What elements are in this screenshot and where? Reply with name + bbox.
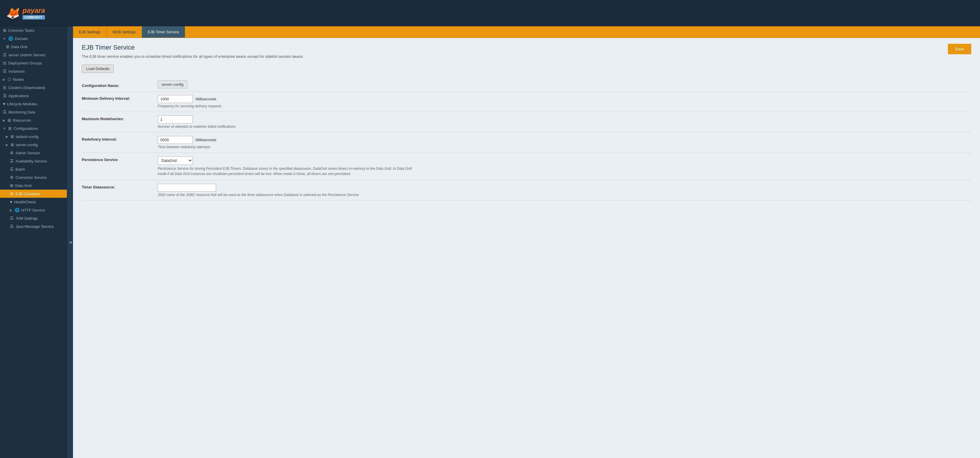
timer-datasource-label: Timer Datasource:	[82, 184, 158, 189]
load-defaults-button[interactable]: Load Defaults	[82, 65, 114, 73]
header: 🦊 payara COMMUNITY	[0, 0, 980, 26]
sidebar-item-jvm-settings[interactable]: ☰ JVM Settings	[0, 214, 67, 222]
sidebar-item-connector-service[interactable]: ⚙ Connector Service	[0, 173, 67, 181]
sidebar-item-label: HTTP Service	[21, 208, 45, 212]
sidebar-item-label: Domain	[15, 36, 28, 41]
sidebar-item-label: server (Admin Server)	[8, 53, 46, 57]
main-layout: ⊞ Common Tasks ▼ 🌐 Domain ⊞ Data Grid ☰ …	[0, 26, 980, 458]
heart-icon: ♥	[3, 101, 5, 106]
config-name-control: server-config	[158, 82, 971, 87]
timer-datasource-input[interactable]	[158, 184, 216, 192]
sidebar-item-java-message[interactable]: ☰ Java Message Service	[0, 222, 67, 230]
expand-arrow: ▶	[10, 209, 12, 212]
sidebar-item-domain[interactable]: ▼ 🌐 Domain	[0, 35, 67, 43]
sidebar-item-common-tasks[interactable]: ⊞ Common Tasks	[0, 26, 67, 35]
sidebar-item-label: default-config	[16, 135, 38, 139]
logo-icon: 🦊	[6, 7, 19, 19]
persistence-service-row: Persistence Service DataGrid Database No…	[82, 153, 971, 180]
heart-icon: ♥	[10, 200, 12, 204]
content-area: EJB Settings MDB Settings EJB Timer Serv…	[73, 26, 980, 458]
sidebar-item-label: HealthCheck	[14, 200, 36, 204]
page-description: The EJB timer service enables you to sch…	[82, 54, 971, 59]
list-icon: ☰	[10, 216, 14, 220]
sidebar-item-http-service[interactable]: ▶ 🌐 HTTP Service	[0, 206, 67, 214]
globe-icon: 🌐	[14, 208, 19, 212]
sidebar-item-label: JVM Settings	[16, 216, 38, 220]
persistence-service-label: Persistence Service	[82, 156, 158, 162]
sidebar-item-ejb-container[interactable]: ⚙ EJB Container	[0, 190, 67, 198]
collapse-icon: ◀	[69, 240, 72, 244]
sidebar-item-label: Instances	[8, 69, 25, 73]
sidebar-item-data-grid[interactable]: ⊞ Data Grid	[0, 43, 67, 51]
list-icon: ☰	[3, 69, 7, 73]
sidebar-item-admin-service[interactable]: ⚙ Admin Service	[0, 149, 67, 157]
sidebar-item-nodes[interactable]: ▶ ⬡ Nodes	[0, 75, 67, 84]
sidebar-item-label: Monitoring Data	[8, 110, 35, 114]
sidebar-item-label: Data Grid	[11, 44, 27, 49]
min-delivery-unit: Milliseconds	[196, 97, 216, 101]
min-delivery-row: Minimum Delivery Interval: Milliseconds …	[82, 92, 971, 112]
sidebar-item-label: Java Message Service	[16, 224, 54, 229]
tab-ejb-settings[interactable]: EJB Settings	[73, 26, 107, 38]
nodes-icon: ⬡	[8, 77, 11, 82]
list-icon: ☰	[10, 159, 14, 163]
tab-ejb-timer-service[interactable]: EJB Timer Service	[142, 26, 185, 38]
expand-arrow: ▼	[3, 127, 6, 130]
sidebar-item-clusters[interactable]: ⊟ Clusters (Deprecated)	[0, 84, 67, 92]
redelivery-interval-unit: Milliseconds	[196, 138, 216, 142]
sidebar-collapse-button[interactable]: ◀	[67, 26, 73, 458]
config-name-row: Configuration Name: server-config	[82, 79, 971, 92]
sidebar-item-label: Resources	[13, 118, 31, 122]
sidebar-item-label: Connector Service	[16, 175, 47, 180]
max-redeliveries-row: Maximum Redeliveries: Number of attempts…	[82, 112, 971, 132]
redelivery-interval-input[interactable]	[158, 136, 193, 144]
sidebar-item-label: Nodes	[13, 77, 24, 82]
page-title: EJB Timer Service	[82, 44, 971, 51]
timer-datasource-control: JNDI name of the JDBC resource that will…	[158, 184, 971, 197]
list-icon: ☰	[3, 52, 7, 57]
min-delivery-hint: Frequency for servicing delivery request…	[158, 104, 971, 108]
sidebar-item-label: Data Grid	[15, 184, 32, 188]
globe-icon: 🌐	[8, 36, 13, 41]
sidebar-item-configurations[interactable]: ▼ ⊞ Configurations	[0, 124, 67, 132]
save-button[interactable]: Save	[948, 44, 971, 54]
sidebar-item-lifecycle-modules[interactable]: ♥ Lifecycle Modules	[0, 100, 67, 108]
sidebar-item-resources[interactable]: ▶ ⊞ Resources	[0, 116, 67, 124]
sidebar-item-label: server-config	[16, 143, 38, 147]
persistence-service-select[interactable]: DataGrid Database None	[158, 156, 193, 165]
expand-arrow: ▶	[3, 78, 5, 81]
sidebar-item-instances[interactable]: ☰ Instances	[0, 67, 67, 75]
sidebar: ⊞ Common Tasks ▼ 🌐 Domain ⊞ Data Grid ☰ …	[0, 26, 67, 458]
sidebar-item-default-config[interactable]: ▶ ⊞ default-config	[0, 132, 67, 141]
grid-icon: ⊞	[6, 44, 10, 49]
grid-icon: ⊟	[3, 61, 6, 65]
sidebar-item-server-admin[interactable]: ☰ server (Admin Server)	[0, 51, 67, 59]
sidebar-item-batch[interactable]: ☰ Batch	[0, 165, 67, 173]
config-name-label: Configuration Name:	[82, 82, 158, 88]
expand-arrow: ▶	[6, 143, 8, 146]
timer-datasource-row: Timer Datasource: JNDI name of the JDBC …	[82, 180, 971, 201]
sidebar-item-healthcheck[interactable]: ♥ HealthCheck	[0, 198, 67, 206]
sidebar-item-deployment-groups[interactable]: ⊟ Deployment Groups	[0, 59, 67, 67]
persistence-service-hint: Persistence Service for storing Persiste…	[158, 166, 420, 176]
persistence-service-control: DataGrid Database None Persistence Servi…	[158, 156, 971, 176]
list-icon: ☰	[3, 110, 7, 114]
grid-icon: ⊞	[10, 183, 13, 188]
sidebar-item-data-grid-2[interactable]: ⊞ Data Grid	[0, 181, 67, 190]
sidebar-item-server-config[interactable]: ▶ ⊞ server-config	[0, 141, 67, 149]
min-delivery-input[interactable]	[158, 95, 193, 103]
config-icon: ⊞	[8, 126, 12, 131]
redelivery-interval-label: Redelivery Interval:	[82, 136, 158, 141]
sidebar-item-availability-service[interactable]: ☰ Availability Service	[0, 157, 67, 165]
tab-mdb-settings[interactable]: MDB Settings	[107, 26, 142, 38]
expand-arrow: ▼	[3, 37, 6, 40]
min-delivery-control: Milliseconds Frequency for servicing del…	[158, 95, 971, 108]
timer-datasource-hint: JNDI name of the JDBC resource that will…	[158, 193, 971, 197]
sidebar-item-label: Configurations	[13, 126, 38, 131]
sidebar-item-label: Admin Service	[16, 151, 40, 155]
sidebar-item-label: Applications	[8, 94, 29, 98]
sidebar-item-monitoring-data[interactable]: ☰ Monitoring Data	[0, 108, 67, 116]
max-redeliveries-input[interactable]	[158, 116, 193, 124]
sidebar-item-applications[interactable]: ☰ Applications	[0, 92, 67, 100]
config-name-value: server-config	[158, 81, 187, 89]
